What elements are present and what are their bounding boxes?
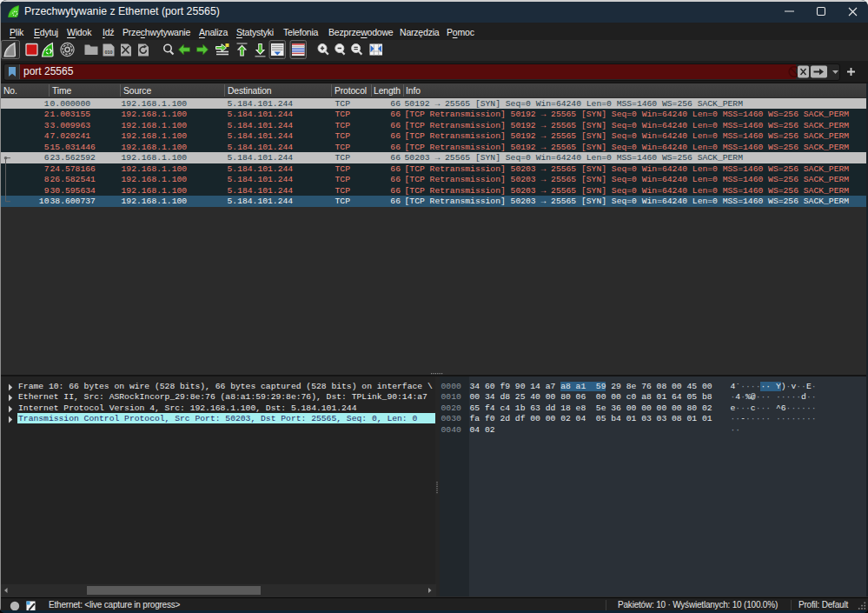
svg-text:010: 010 — [104, 50, 112, 55]
